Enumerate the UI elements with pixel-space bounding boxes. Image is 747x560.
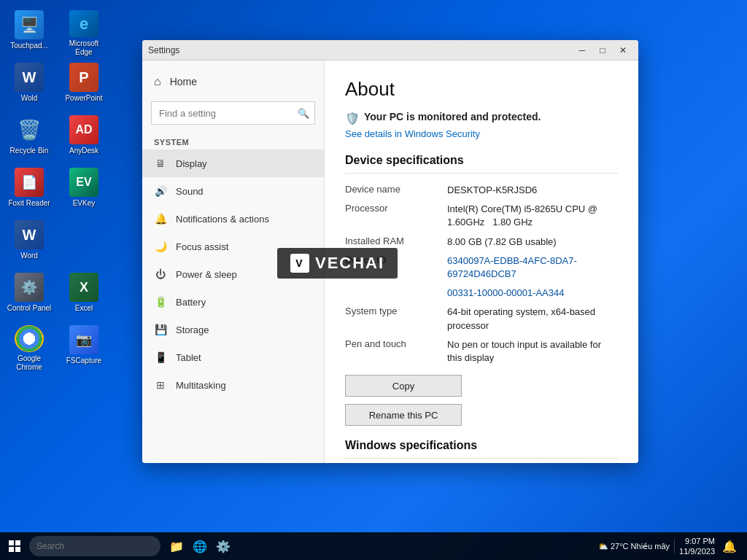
recycle-icon: 🗑️ <box>15 115 44 144</box>
focus-icon: 🌙 <box>154 240 167 253</box>
desktop-icon-powerpoint[interactable]: P PowerPoint <box>58 60 109 112</box>
spec-label-pentouch: Pen and touch <box>345 338 447 349</box>
nav-item-multitasking[interactable]: ⊞ Multitasking <box>142 371 324 399</box>
search-icon: 🔍 <box>298 108 309 119</box>
spec-value-productid: 00331-10000-00001-AA344 <box>447 287 618 300</box>
desktop-icon-word[interactable]: W Wold <box>4 60 55 112</box>
weather-info: ⛅ 27°C Nhiều mây <box>598 542 670 551</box>
spec-value-deviceid: 6340097A-EDBB-4AFC-8DA7-69724D46DCB7 <box>447 254 618 281</box>
copy-button[interactable]: Copy <box>345 375 462 397</box>
weather-icon: ⛅ <box>598 542 608 551</box>
clock-time: 9:07 PM <box>685 536 715 546</box>
nav-item-display[interactable]: 🖥 Display <box>142 149 324 177</box>
spec-label-ram: Installed RAM <box>345 236 447 246</box>
spec-row-device-name: Device name DESKTOP-K5RJSD6 <box>345 184 618 197</box>
spec-row-systemtype: System type 64-bit operating system, x64… <box>345 306 618 332</box>
desktop-icon-panel[interactable]: ⚙️ Control Panel <box>4 270 55 322</box>
spec-label-systemtype: System type <box>345 306 447 316</box>
touchpad-label: Touchpad... <box>10 42 48 50</box>
desktop-icon-fscapture[interactable]: 📷 FSCapture <box>58 322 109 375</box>
word-label: Wold <box>21 94 38 103</box>
taskbar-time: 9:07 PM 11/9/2023 <box>679 536 715 557</box>
taskbar-right: ⛅ 27°C Nhiều mây 9:07 PM 11/9/2023 🔔 <box>598 536 744 557</box>
storage-label: Storage <box>176 324 209 335</box>
battery-icon: 🔋 <box>154 295 167 308</box>
fscapture-label: FSCapture <box>66 357 101 365</box>
tablet-icon: 📱 <box>154 351 167 364</box>
spec-value-ram: 8.00 GB (7.82 GB usable) <box>447 236 618 249</box>
nav-item-storage[interactable]: 💾 Storage <box>142 316 324 343</box>
power-label: Power & sleep <box>176 269 237 280</box>
svg-rect-0 <box>9 540 14 545</box>
taskbar-icons: 📁 🌐 ⚙️ <box>166 536 233 556</box>
chrome-icon <box>15 325 44 352</box>
minimize-button[interactable]: ─ <box>573 42 592 58</box>
desktop-icon-anydesk[interactable]: AD AnyDesk <box>58 112 109 165</box>
home-button[interactable]: ⌂ Home <box>142 68 324 96</box>
weather-text: 27°C Nhiều mây <box>611 542 670 551</box>
desktop-icon-touchpad[interactable]: 🖥️ Touchpad... <box>4 7 55 60</box>
desktop-icon-chrome[interactable]: Google Chrome <box>4 322 55 375</box>
svg-rect-1 <box>15 540 20 545</box>
protected-text: Your PC is monitored and protected. <box>364 111 541 122</box>
desktop-icon-evkey[interactable]: EV EVKey <box>58 165 109 217</box>
window-controls: ─ □ ✕ <box>573 42 632 58</box>
spec-value-processor: Intel(R) Core(TM) i5-8265U CPU @ 1.60GHz… <box>447 203 618 229</box>
touchpad-icon: 🖥️ <box>15 10 44 39</box>
multitasking-label: Multitasking <box>176 380 226 391</box>
desktop-icon-recycle[interactable]: 🗑️ Recycle Bin <box>4 112 55 165</box>
anydesk-icon: AD <box>69 115 98 144</box>
spec-row-processor: Processor Intel(R) Core(TM) i5-8265U CPU… <box>345 203 618 229</box>
notification-button[interactable]: 🔔 <box>719 536 740 556</box>
clock-date: 11/9/2023 <box>679 546 715 556</box>
nav-item-sound[interactable]: 🔊 Sound <box>142 177 324 205</box>
watermark-text: VECHAI <box>315 254 384 273</box>
see-details-link[interactable]: See details in Windows Security <box>345 128 618 139</box>
settings-window-title: Settings <box>148 45 573 55</box>
settings-titlebar: Settings ─ □ ✕ <box>142 40 638 61</box>
windows-specs-title: Windows specifications <box>345 439 618 459</box>
close-button[interactable]: ✕ <box>614 42 632 58</box>
spec-value-pentouch: No pen or touch input is available for t… <box>447 338 618 365</box>
desktop-icon-acrobat[interactable]: 📄 Foxit Reader <box>4 165 55 217</box>
taskbar-settings[interactable]: ⚙️ <box>213 536 233 556</box>
taskbar-search-input[interactable] <box>29 536 160 556</box>
maximize-button[interactable]: □ <box>593 42 612 58</box>
spec-row-pentouch: Pen and touch No pen or touch input is a… <box>345 338 618 365</box>
chrome-label: Google Chrome <box>7 354 52 372</box>
nav-item-battery[interactable]: 🔋 Battery <box>142 288 324 316</box>
settings-search-input[interactable] <box>151 101 315 125</box>
powerpoint-icon: P <box>69 63 98 92</box>
acrobat-icon: 📄 <box>15 168 44 197</box>
nav-item-tablet[interactable]: 📱 Tablet <box>142 343 324 371</box>
display-icon: 🖥 <box>154 157 167 170</box>
taskbar-file-explorer[interactable]: 📁 <box>166 536 187 556</box>
evkey-label: EVKey <box>73 199 96 208</box>
rename-pc-button[interactable]: Rename this PC <box>345 404 462 426</box>
device-specs-title: Device specifications <box>345 154 618 174</box>
svg-rect-3 <box>15 547 20 552</box>
spec-row-productid: 00331-10000-00001-AA344 <box>345 287 618 300</box>
desktop-icon-word2[interactable]: W Word <box>4 217 55 270</box>
start-button[interactable] <box>3 534 26 558</box>
acrobat-label: Foxit Reader <box>8 199 50 208</box>
svg-rect-2 <box>9 547 14 552</box>
recycle-label: Recycle Bin <box>10 147 49 155</box>
notifications-label: Notifications & actions <box>176 214 269 225</box>
fscapture-icon: 📷 <box>69 325 98 354</box>
panel-icon: ⚙️ <box>15 273 44 302</box>
notifications-icon: 🔔 <box>154 212 167 225</box>
powerpoint-label: PowerPoint <box>65 94 102 103</box>
taskbar-chrome[interactable]: 🌐 <box>190 536 210 556</box>
home-label: Home <box>170 76 197 88</box>
edge-label: Microsoft Edge <box>61 39 107 57</box>
desktop-icon-excel[interactable]: X Excel <box>58 270 109 322</box>
settings-search-container: 🔍 <box>151 101 315 125</box>
battery-label: Battery <box>176 297 206 308</box>
spec-value-device: DESKTOP-K5RJSD6 <box>447 184 618 197</box>
sound-icon: 🔊 <box>154 184 167 198</box>
storage-icon: 💾 <box>154 323 167 336</box>
nav-item-notifications[interactable]: 🔔 Notifications & actions <box>142 205 324 233</box>
desktop-icon-edge[interactable]: e Microsoft Edge <box>58 7 109 60</box>
panel-label: Control Panel <box>7 304 52 313</box>
